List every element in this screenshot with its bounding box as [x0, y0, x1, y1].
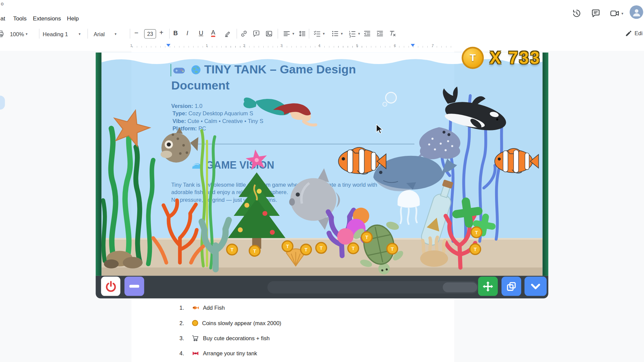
svg-text:T: T — [474, 247, 477, 252]
ruler-number: 1 — [206, 44, 208, 48]
aquarium-overlay: T T T T T T T T T T — [96, 53, 548, 298]
highlight-color-icon[interactable] — [223, 29, 231, 38]
insert-link-icon[interactable] — [240, 29, 248, 38]
increase-font-size-button[interactable]: + — [159, 29, 163, 37]
insert-image-icon[interactable] — [265, 29, 273, 38]
menu-item-partial[interactable]: at — [0, 15, 5, 22]
comments-icon[interactable] — [590, 8, 601, 18]
indent-marker[interactable] — [411, 44, 415, 47]
svg-text:T: T — [391, 246, 394, 252]
menu-item-help[interactable]: Help — [67, 15, 79, 22]
align-button[interactable]: ▾ — [282, 29, 294, 38]
chevron-down-icon: ▾ — [323, 32, 325, 36]
bow-icon — [192, 350, 199, 357]
header-bar — [0, 0, 644, 25]
resize-button[interactable] — [501, 277, 521, 296]
decrease-font-size-button[interactable]: − — [134, 29, 138, 37]
tank-frame-right — [543, 53, 548, 276]
font-select[interactable]: Arial▾ — [94, 29, 116, 39]
tank-frame-left — [96, 53, 101, 276]
list-item[interactable]: 1. Add Fish — [179, 305, 225, 311]
add-comment-icon[interactable] — [252, 29, 260, 38]
align-left-icon — [282, 29, 290, 38]
meet-camera-button[interactable]: ▾ — [609, 8, 623, 18]
increase-indent-icon[interactable] — [376, 29, 384, 38]
minus-icon — [129, 285, 139, 288]
doc-title-partial: o — [1, 1, 3, 6]
orange-coral[interactable] — [153, 200, 203, 263]
chevron-down-icon — [529, 280, 542, 293]
numbered-list-icon — [348, 29, 356, 38]
indent-marker[interactable] — [166, 44, 170, 47]
chevron-down-icon: ▾ — [26, 32, 28, 36]
bold-button[interactable]: B — [173, 29, 178, 37]
print-icon[interactable] — [0, 29, 4, 38]
side-bubble — [0, 96, 5, 110]
video-camera-icon — [609, 8, 620, 18]
seaweed[interactable] — [103, 126, 153, 264]
jellyfish[interactable] — [397, 190, 420, 224]
chevron-down-icon: ▾ — [79, 32, 81, 36]
mouse-cursor — [376, 124, 385, 135]
mode-label: Edi — [635, 31, 643, 37]
menu-item-tools[interactable]: Tools — [13, 15, 26, 22]
ruler-number: 2 — [243, 44, 245, 48]
coin-icon: T — [462, 47, 484, 69]
italic-button[interactable]: I — [186, 29, 188, 37]
cart-icon — [192, 335, 199, 342]
paragraph-style-select[interactable]: Heading 1▾ — [43, 29, 80, 39]
pencil-icon — [625, 30, 632, 37]
move-button[interactable] — [478, 277, 498, 296]
font-size-input[interactable]: 23 — [144, 29, 156, 39]
google-docs-window: o at Tools Extensions Help ▾ 100%▾ Headi… — [0, 0, 644, 362]
christmas-tree[interactable] — [228, 172, 285, 249]
text-color-button[interactable]: A — [211, 29, 215, 37]
menu-item-extensions[interactable]: Extensions — [33, 15, 61, 22]
ruler-number: 3 — [280, 44, 282, 48]
chevron-down-icon: ▾ — [358, 32, 360, 36]
numbered-list-button[interactable]: ▾ — [348, 29, 360, 38]
ruler-ticks — [132, 46, 452, 48]
ruler-number: 1 — [130, 44, 132, 48]
chevron-down-icon: ▾ — [115, 32, 117, 36]
list-item[interactable]: 3. Buy cute decorations + fish — [179, 335, 270, 342]
avatar[interactable] — [630, 5, 643, 19]
svg-text:T: T — [253, 248, 256, 254]
chevron-down-icon: ▾ — [622, 11, 624, 15]
svg-text:T: T — [352, 246, 355, 251]
collapse-button[interactable] — [525, 277, 547, 296]
underline-button[interactable]: U — [199, 29, 203, 37]
coin-counter: T X 733 — [462, 47, 541, 69]
svg-text:T: T — [475, 230, 478, 235]
checklist-button[interactable]: ▾ — [313, 29, 325, 38]
list-item[interactable]: 4. Arrange your tiny tank — [179, 350, 257, 357]
svg-text:T: T — [365, 235, 368, 240]
fish-icon — [192, 305, 199, 311]
pufferfish[interactable] — [161, 127, 199, 163]
resize-icon — [505, 281, 517, 292]
line-spacing-icon[interactable] — [298, 29, 306, 38]
bulleted-list-icon — [331, 29, 339, 38]
ruler-number: 7 — [432, 44, 434, 48]
list-item[interactable]: 2. Coins slowly appear (max 2000) — [179, 320, 281, 326]
svg-text:T: T — [286, 244, 289, 249]
decrease-indent-icon[interactable] — [363, 29, 371, 38]
pink-starfish[interactable] — [245, 148, 268, 171]
editing-mode-button[interactable]: Edi — [625, 30, 643, 37]
zoom-select[interactable]: 100%▾ — [10, 29, 28, 39]
power-button[interactable] — [101, 277, 120, 296]
bulleted-list-button[interactable]: ▾ — [331, 29, 343, 38]
power-icon — [105, 280, 117, 293]
checklist-icon — [313, 29, 321, 38]
version-history-icon[interactable] — [571, 8, 582, 18]
coin-icon — [192, 320, 199, 326]
mermaid[interactable] — [244, 98, 316, 125]
teal-coral[interactable] — [202, 220, 229, 269]
clear-formatting-icon[interactable] — [388, 29, 396, 38]
svg-text:T: T — [230, 247, 233, 252]
orca[interactable] — [436, 83, 512, 136]
svg-text:T: T — [305, 247, 308, 252]
move-icon — [482, 280, 494, 293]
minimize-button[interactable] — [124, 277, 144, 296]
aquarium-scene: T T T T T T T T T T — [96, 53, 548, 298]
